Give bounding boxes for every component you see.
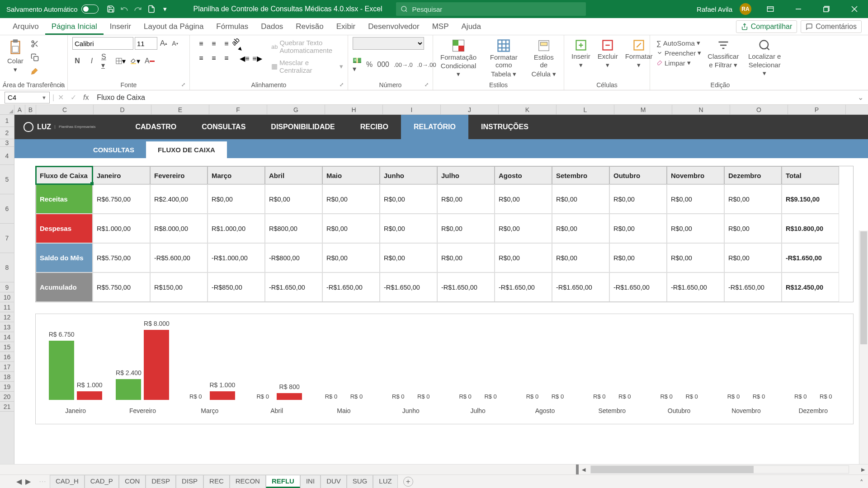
sheet-tab-disp[interactable]: DISP xyxy=(176,475,203,488)
nav-instruções[interactable]: INSTRUÇÕES xyxy=(468,115,541,139)
subtab-fluxo-de-caixa[interactable]: FLUXO DE CAIXA xyxy=(146,141,227,158)
nav-recibo[interactable]: RECIBO xyxy=(348,115,401,139)
increase-decimal-icon[interactable]: .00→.0 xyxy=(394,61,413,68)
close-icon[interactable] xyxy=(841,0,868,18)
table-cell[interactable]: R$0,00 xyxy=(495,184,552,214)
tab-nav-next-icon[interactable]: ▶ xyxy=(25,477,31,486)
fill-button[interactable]: Preencher ▾ xyxy=(656,49,701,57)
merge-center-button[interactable]: ▦Mesclar e Centralizar ▾ xyxy=(271,59,343,74)
table-cell[interactable]: -R$1.650,00 xyxy=(782,243,839,272)
table-cell[interactable]: R$5.750,00 xyxy=(93,243,150,272)
row-header-10[interactable]: 10 xyxy=(0,292,14,302)
clipboard-dialog-icon[interactable]: ⤢ xyxy=(59,82,66,88)
maximize-icon[interactable] xyxy=(813,0,840,18)
accounting-format-icon[interactable]: 💵▾ xyxy=(353,56,362,73)
sheet-tab-sug[interactable]: SUG xyxy=(347,475,373,488)
table-header[interactable]: Setembro xyxy=(552,166,609,184)
column-header-K[interactable]: K xyxy=(499,105,557,114)
table-cell[interactable]: R$9.150,00 xyxy=(782,184,839,214)
table-cell[interactable]: R$0,00 xyxy=(265,184,322,214)
table-cell[interactable]: -R$1.650,00 xyxy=(380,272,437,302)
redo-icon[interactable] xyxy=(132,3,144,15)
column-header-A[interactable]: A xyxy=(14,105,25,114)
table-cell[interactable]: R$12.450,00 xyxy=(782,272,839,302)
ribbon-tab-inserir[interactable]: Inserir xyxy=(104,19,137,35)
ribbon-display-options-icon[interactable] xyxy=(757,0,784,18)
table-header[interactable]: Dezembro xyxy=(724,166,782,184)
subtab-consultas[interactable]: CONSULTAS xyxy=(81,141,146,158)
scroll-right-icon[interactable]: ▶ xyxy=(858,467,868,473)
row-header-14[interactable]: 14 xyxy=(0,332,14,342)
table-header[interactable]: Fevereiro xyxy=(150,166,208,184)
table-cell[interactable]: -R$1.000,00 xyxy=(208,243,265,272)
table-header-first[interactable]: Fluxo de Caixa xyxy=(36,166,93,184)
table-header[interactable]: Julho xyxy=(437,166,495,184)
table-cell[interactable]: R$1.000,00 xyxy=(208,214,265,243)
table-cell[interactable]: R$0,00 xyxy=(552,243,609,272)
save-icon[interactable] xyxy=(105,3,117,15)
table-cell[interactable]: -R$850,00 xyxy=(208,272,265,302)
column-header-E[interactable]: E xyxy=(151,105,209,114)
row-label[interactable]: Saldo do Mês xyxy=(36,243,93,272)
search-box[interactable]: Pesquisar xyxy=(396,2,586,16)
number-format-select[interactable] xyxy=(353,37,424,50)
ribbon-tab-fórmulas[interactable]: Fórmulas xyxy=(210,19,255,35)
decrease-indent-icon[interactable]: ◀≡ xyxy=(240,53,250,63)
nav-relatório[interactable]: RELATÓRIO xyxy=(401,115,468,139)
table-cell[interactable]: -R$1.650,00 xyxy=(667,272,724,302)
sheet-tab-con[interactable]: CON xyxy=(119,475,146,488)
table-cell[interactable]: R$0,00 xyxy=(322,243,380,272)
row-header-12[interactable]: 12 xyxy=(0,312,14,322)
table-cell[interactable]: R$8.000,00 xyxy=(150,214,208,243)
column-header-N[interactable]: N xyxy=(672,105,730,114)
table-cell[interactable]: R$2.400,00 xyxy=(150,184,208,214)
table-cell[interactable]: R$10.800,00 xyxy=(782,214,839,243)
ribbon-tab-exibir[interactable]: Exibir xyxy=(330,19,362,35)
row-header-21[interactable]: 21 xyxy=(0,402,14,412)
table-cell[interactable]: R$0,00 xyxy=(380,243,437,272)
cut-icon[interactable] xyxy=(30,39,40,49)
select-all-cells[interactable] xyxy=(0,105,14,114)
table-cell[interactable]: R$0,00 xyxy=(609,243,667,272)
customize-qat-icon[interactable]: ▾ xyxy=(159,3,171,15)
row-header-17[interactable]: 17 xyxy=(0,362,14,372)
font-name-select[interactable] xyxy=(72,37,133,50)
sheet-tab-rec[interactable]: REC xyxy=(203,475,230,488)
sheet-tab-recon[interactable]: RECON xyxy=(230,475,266,488)
table-cell[interactable]: R$0,00 xyxy=(609,214,667,243)
increase-indent-icon[interactable]: ≡▶ xyxy=(252,53,262,63)
row-header-3[interactable]: 3 xyxy=(0,139,14,147)
formula-input[interactable]: Fluxo de Caixa xyxy=(92,94,853,102)
column-header-D[interactable]: D xyxy=(94,105,151,114)
font-dialog-icon[interactable]: ⤢ xyxy=(181,82,188,88)
column-header-O[interactable]: O xyxy=(730,105,788,114)
format-painter-icon[interactable] xyxy=(30,66,40,76)
table-cell[interactable]: R$150,00 xyxy=(150,272,208,302)
autosave-toggle[interactable] xyxy=(81,5,99,14)
collapse-ribbon-icon[interactable]: ˄ xyxy=(860,479,863,487)
cancel-formula-icon[interactable]: ✕ xyxy=(54,93,67,102)
table-cell[interactable]: R$0,00 xyxy=(667,184,724,214)
ribbon-tab-página-inicial[interactable]: Página Inicial xyxy=(45,19,104,35)
table-cell[interactable]: R$0,00 xyxy=(667,214,724,243)
table-cell[interactable]: R$800,00 xyxy=(265,214,322,243)
column-header-B[interactable]: B xyxy=(25,105,36,114)
table-cell[interactable]: R$0,00 xyxy=(380,214,437,243)
table-cell[interactable]: R$0,00 xyxy=(724,184,782,214)
column-header-I[interactable]: I xyxy=(383,105,441,114)
row-header-15[interactable]: 15 xyxy=(0,342,14,352)
wrap-text-button[interactable]: abQuebrar Texto Automaticamente xyxy=(271,39,343,54)
ribbon-tab-dados[interactable]: Dados xyxy=(255,19,289,35)
italic-icon[interactable]: I xyxy=(87,56,97,66)
row-header-6[interactable]: 6 xyxy=(0,194,14,224)
sheet-tab-reflu[interactable]: REFLU xyxy=(266,475,300,488)
font-size-select[interactable] xyxy=(135,37,157,50)
table-header[interactable]: Janeiro xyxy=(93,166,150,184)
ribbon-tab-desenvolvedor[interactable]: Desenvolvedor xyxy=(362,19,425,35)
row-label[interactable]: Receitas xyxy=(36,184,93,214)
ribbon-tab-ajuda[interactable]: Ajuda xyxy=(455,19,487,35)
align-center-icon[interactable]: ≡ xyxy=(209,53,219,63)
table-header[interactable]: Março xyxy=(208,166,265,184)
table-cell[interactable]: -R$800,00 xyxy=(265,243,322,272)
decrease-font-icon[interactable]: A▾ xyxy=(170,38,180,48)
